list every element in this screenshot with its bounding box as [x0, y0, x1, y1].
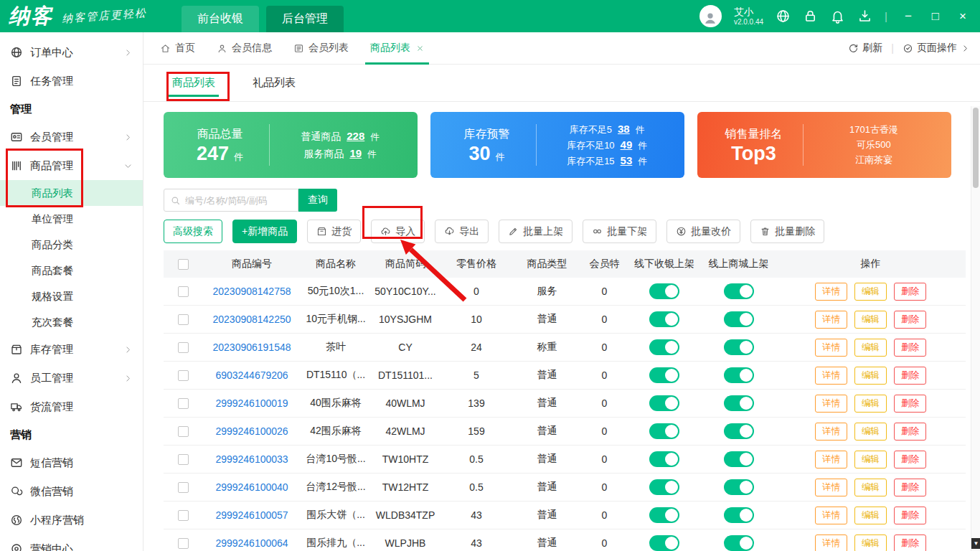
sidebar-item[interactable]: 营销中心 [0, 534, 143, 551]
sidebar-subitem[interactable]: 单位管理 [0, 206, 143, 232]
row-checkbox[interactable] [178, 314, 189, 325]
delete-button[interactable]: 删除 [894, 534, 926, 551]
globe-icon[interactable] [776, 9, 791, 24]
sidebar-subitem[interactable]: 规格设置 [0, 283, 143, 309]
detail-button[interactable]: 详情 [815, 395, 847, 413]
export-button[interactable]: 导出 [435, 220, 489, 243]
online-onshelf-toggle[interactable] [724, 479, 754, 495]
search-input[interactable] [185, 195, 292, 206]
nav-front-cashier[interactable]: 前台收银 [182, 6, 259, 32]
bell-icon[interactable] [830, 9, 845, 24]
row-checkbox[interactable] [178, 370, 189, 381]
delete-button[interactable]: 删除 [894, 395, 926, 413]
sidebar-item[interactable]: 短信营销 [0, 448, 143, 477]
sidebar-item[interactable]: 库存管理 [0, 335, 143, 364]
detail-button[interactable]: 详情 [815, 451, 847, 468]
tab-item[interactable]: 会员信息 [206, 32, 283, 65]
add-product-button[interactable]: +新增商品 [232, 220, 297, 243]
product-code-link[interactable]: 6903244679206 [215, 369, 288, 381]
sidebar-item[interactable]: 商品管理 [0, 151, 143, 180]
online-onshelf-toggle[interactable] [724, 339, 754, 355]
offline-onshelf-toggle[interactable] [649, 507, 679, 523]
offline-onshelf-toggle[interactable] [649, 451, 679, 467]
product-code-link[interactable]: 2999246100026 [215, 425, 288, 437]
scrollbar-thumb[interactable] [973, 108, 979, 188]
product-code-link[interactable]: 20230908142758 [212, 286, 291, 297]
online-onshelf-toggle[interactable] [724, 311, 754, 327]
page-operations-button[interactable]: 页面操作 [903, 42, 970, 55]
purchase-button[interactable]: 进货 [307, 220, 361, 243]
sidebar-subitem[interactable]: 充次套餐 [0, 309, 143, 335]
row-checkbox[interactable] [178, 510, 189, 521]
tab-item[interactable]: 商品列表 [359, 32, 435, 65]
row-checkbox[interactable] [178, 538, 189, 549]
online-onshelf-toggle[interactable] [724, 451, 754, 467]
detail-button[interactable]: 详情 [815, 423, 847, 441]
offline-onshelf-toggle[interactable] [649, 367, 679, 383]
scrollbar-down-button[interactable]: ▼ [971, 538, 980, 549]
online-onshelf-toggle[interactable] [724, 423, 754, 439]
offline-onshelf-toggle[interactable] [649, 479, 679, 495]
query-button[interactable]: 查询 [298, 189, 337, 212]
batch-offshelf-button[interactable]: 批量下架 [583, 220, 656, 243]
detail-button[interactable]: 详情 [815, 507, 847, 524]
online-onshelf-toggle[interactable] [724, 507, 754, 523]
offline-onshelf-toggle[interactable] [649, 283, 679, 299]
edit-button[interactable]: 编辑 [854, 367, 887, 385]
sidebar-item[interactable]: 员工管理 [0, 364, 143, 392]
row-checkbox[interactable] [178, 426, 189, 437]
sidebar-item[interactable]: 货流管理 [0, 392, 143, 421]
batch-onshelf-button[interactable]: 批量上架 [499, 220, 573, 243]
close-button[interactable]: × [954, 10, 971, 22]
online-onshelf-toggle[interactable] [724, 535, 754, 551]
product-code-link[interactable]: 2999246100033 [215, 453, 288, 465]
online-onshelf-toggle[interactable] [724, 367, 754, 383]
select-all-checkbox[interactable] [178, 259, 189, 270]
product-code-link[interactable]: 2999246100040 [215, 481, 288, 493]
edit-button[interactable]: 编辑 [854, 507, 887, 524]
edit-button[interactable]: 编辑 [854, 534, 887, 551]
batch-delete-button[interactable]: 批量删除 [750, 220, 824, 243]
edit-button[interactable]: 编辑 [854, 339, 887, 357]
refresh-button[interactable]: 刷新 [848, 42, 882, 55]
delete-button[interactable]: 删除 [894, 311, 926, 329]
row-checkbox[interactable] [178, 286, 189, 297]
online-onshelf-toggle[interactable] [724, 283, 754, 299]
edit-button[interactable]: 编辑 [854, 395, 887, 413]
sidebar-item[interactable]: 微信营销 [0, 477, 143, 506]
detail-button[interactable]: 详情 [815, 283, 847, 301]
detail-button[interactable]: 详情 [815, 479, 847, 496]
sidebar-item[interactable]: 订单中心 [0, 38, 143, 67]
edit-button[interactable]: 编辑 [854, 311, 887, 329]
product-code-link[interactable]: 20230906191548 [212, 342, 291, 353]
sidebar-subitem[interactable]: 商品套餐 [0, 258, 143, 283]
edit-button[interactable]: 编辑 [854, 451, 887, 468]
edit-button[interactable]: 编辑 [854, 283, 887, 301]
row-checkbox[interactable] [178, 454, 189, 465]
offline-onshelf-toggle[interactable] [649, 395, 679, 411]
import-button[interactable]: 导入 [371, 220, 425, 243]
sidebar-subitem[interactable]: 商品分类 [0, 232, 143, 258]
detail-button[interactable]: 详情 [815, 311, 847, 329]
offline-onshelf-toggle[interactable] [649, 339, 679, 355]
detail-button[interactable]: 详情 [815, 339, 847, 357]
batch-reprice-button[interactable]: 批量改价 [666, 220, 740, 243]
sidebar-subitem[interactable]: 商品列表 [0, 180, 143, 206]
minimize-button[interactable]: − [900, 10, 917, 22]
sidebar-item[interactable]: 小程序营销 [0, 506, 143, 534]
row-checkbox[interactable] [178, 398, 189, 409]
avatar[interactable] [699, 5, 722, 27]
delete-button[interactable]: 删除 [894, 479, 926, 496]
product-code-link[interactable]: 20230908142250 [212, 314, 291, 325]
product-code-link[interactable]: 2999246100057 [215, 509, 288, 521]
delete-button[interactable]: 删除 [894, 507, 926, 524]
delete-button[interactable]: 删除 [894, 283, 926, 301]
lock-icon[interactable] [803, 9, 818, 24]
sidebar-item[interactable]: 会员管理 [0, 123, 143, 151]
delete-button[interactable]: 删除 [894, 339, 926, 357]
subtab-item[interactable]: 礼品列表 [253, 65, 296, 102]
tab-item[interactable]: 首页 [149, 32, 206, 65]
detail-button[interactable]: 详情 [815, 367, 847, 385]
edit-button[interactable]: 编辑 [854, 423, 887, 441]
offline-onshelf-toggle[interactable] [649, 535, 679, 551]
